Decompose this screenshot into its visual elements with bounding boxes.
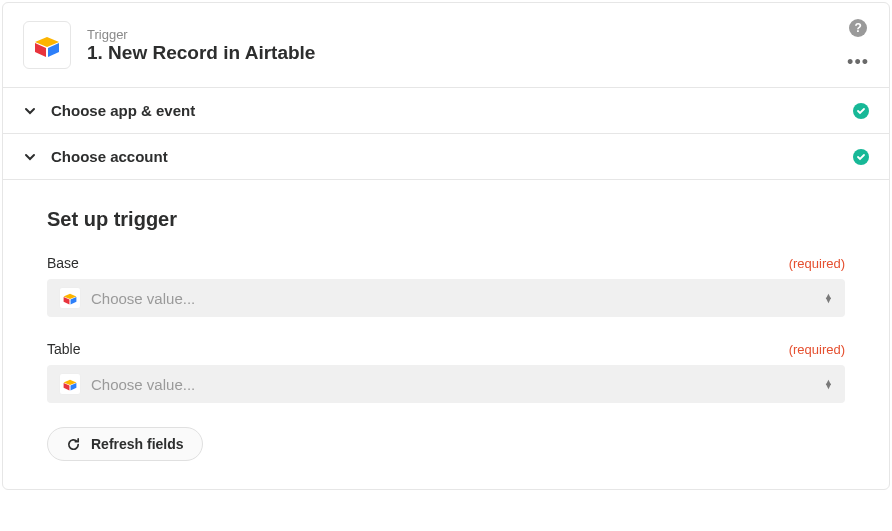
field-table-label: Table bbox=[47, 341, 80, 357]
setup-trigger-section: Set up trigger Base (required) Choose va… bbox=[3, 180, 889, 489]
field-table: Table (required) Choose value... ▲▼ bbox=[47, 341, 845, 403]
section-app-event-title: Choose app & event bbox=[51, 102, 839, 119]
field-base-label: Base bbox=[47, 255, 79, 271]
refresh-fields-button[interactable]: Refresh fields bbox=[47, 427, 203, 461]
header-actions: ? ••• bbox=[847, 19, 869, 71]
more-menu-icon[interactable]: ••• bbox=[847, 53, 869, 71]
section-account-title: Choose account bbox=[51, 148, 839, 165]
field-base: Base (required) Choose value... ▲▼ bbox=[47, 255, 845, 317]
chevron-down-icon bbox=[23, 150, 37, 164]
select-arrows-icon: ▲▼ bbox=[824, 294, 833, 303]
setup-heading: Set up trigger bbox=[47, 208, 845, 231]
base-select[interactable]: Choose value... ▲▼ bbox=[47, 279, 845, 317]
card-header: Trigger 1. New Record in Airtable ? ••• bbox=[3, 3, 889, 88]
airtable-icon bbox=[59, 287, 81, 309]
checkmark-icon bbox=[853, 103, 869, 119]
header-label: Trigger bbox=[87, 27, 831, 42]
select-arrows-icon: ▲▼ bbox=[824, 380, 833, 389]
field-table-required: (required) bbox=[789, 342, 845, 357]
airtable-app-icon bbox=[23, 21, 71, 69]
field-table-label-row: Table (required) bbox=[47, 341, 845, 357]
trigger-card: Trigger 1. New Record in Airtable ? ••• … bbox=[2, 2, 890, 490]
field-base-required: (required) bbox=[789, 256, 845, 271]
table-select[interactable]: Choose value... ▲▼ bbox=[47, 365, 845, 403]
base-select-placeholder: Choose value... bbox=[91, 290, 814, 307]
help-icon[interactable]: ? bbox=[849, 19, 867, 37]
airtable-icon bbox=[59, 373, 81, 395]
chevron-down-icon bbox=[23, 104, 37, 118]
header-text: Trigger 1. New Record in Airtable bbox=[87, 27, 831, 64]
section-account[interactable]: Choose account bbox=[3, 134, 889, 180]
refresh-icon bbox=[66, 437, 81, 452]
checkmark-icon bbox=[853, 149, 869, 165]
refresh-fields-label: Refresh fields bbox=[91, 436, 184, 452]
header-title: 1. New Record in Airtable bbox=[87, 42, 831, 64]
airtable-logo-icon bbox=[32, 32, 62, 58]
section-app-event[interactable]: Choose app & event bbox=[3, 88, 889, 134]
field-base-label-row: Base (required) bbox=[47, 255, 845, 271]
table-select-placeholder: Choose value... bbox=[91, 376, 814, 393]
